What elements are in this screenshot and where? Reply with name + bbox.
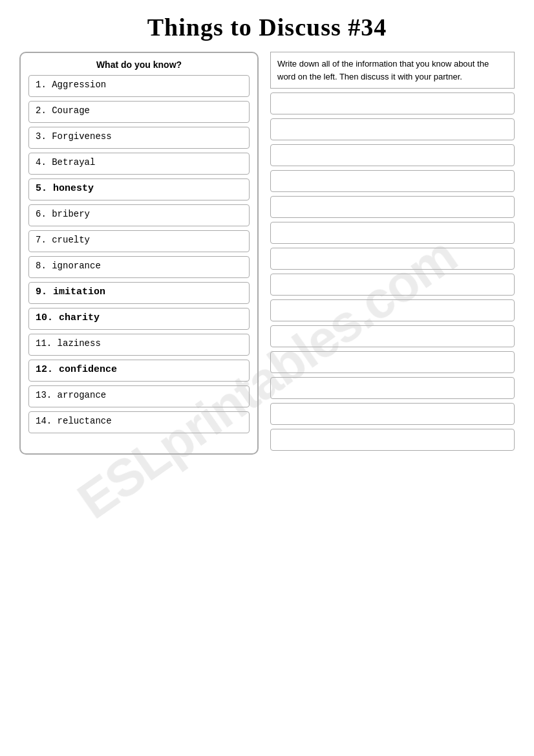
answer-box-13[interactable] [270, 403, 515, 425]
answer-box-1[interactable] [270, 92, 515, 114]
word-item-4: 4. Betrayal [28, 153, 250, 175]
answer-box-7[interactable] [270, 248, 515, 270]
word-item-5: 5. honesty [28, 178, 250, 200]
answer-box-3[interactable] [270, 144, 515, 166]
answer-box-11[interactable] [270, 351, 515, 373]
word-item-3: 3. Forgiveness [28, 127, 250, 149]
word-item-14: 14. reluctance [28, 411, 250, 433]
answer-box-10[interactable] [270, 325, 515, 347]
answer-box-2[interactable] [270, 118, 515, 140]
word-item-6: 6. bribery [28, 204, 250, 226]
word-item-9: 9. imitation [28, 282, 250, 304]
word-item-2: 2. Courage [28, 101, 250, 123]
left-panel-header: What do you know? [28, 59, 250, 70]
answer-box-5[interactable] [270, 196, 515, 218]
answer-box-4[interactable] [270, 170, 515, 192]
word-item-13: 13. arrogance [28, 385, 250, 407]
answer-box-8[interactable] [270, 274, 515, 296]
word-item-8: 8. ignorance [28, 256, 250, 278]
answer-box-12[interactable] [270, 377, 515, 399]
word-item-1: 1. Aggression [28, 75, 250, 97]
instruction-text: Write down all of the information that y… [270, 52, 515, 89]
left-panel: What do you know? 1. Aggression 2. Coura… [19, 52, 259, 455]
right-panel: Write down all of the information that y… [259, 52, 515, 455]
word-item-11: 11. laziness [28, 334, 250, 356]
answer-box-9[interactable] [270, 299, 515, 321]
answer-box-14[interactable] [270, 429, 515, 451]
page-title: Things to Discuss #34 [19, 13, 515, 41]
word-item-12: 12. confidence [28, 360, 250, 382]
word-item-10: 10. charity [28, 308, 250, 330]
answer-box-6[interactable] [270, 222, 515, 244]
word-item-7: 7. cruelty [28, 230, 250, 252]
